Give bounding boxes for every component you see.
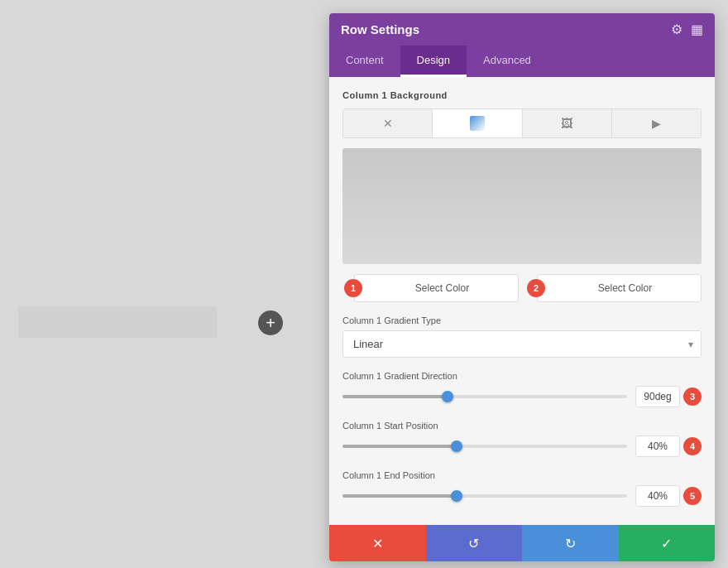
gradient-icon xyxy=(470,116,485,131)
cancel-icon: ✕ xyxy=(372,536,383,551)
step-badge-5: 5 xyxy=(683,487,702,505)
bg-type-gradient[interactable] xyxy=(433,109,522,137)
column-background-label: Column 1 Background xyxy=(342,90,702,100)
gradient-direction-value-wrapper: 3 xyxy=(635,386,702,407)
bg-type-none[interactable]: ✕ xyxy=(343,109,433,137)
bg-type-image[interactable]: 🖼 xyxy=(523,109,612,137)
panel-body: Column 1 Background ✕ xyxy=(329,77,715,525)
color-stop-2[interactable]: Select Color xyxy=(537,274,702,302)
gradient-direction-track[interactable] xyxy=(342,395,627,398)
gradient-direction-section: Column 1 Gradient Direction 3 xyxy=(342,371,702,407)
step-badge-4: 4 xyxy=(683,437,702,455)
stop-badge-1: 1 xyxy=(344,279,362,297)
color-stop-1-label: Select Color xyxy=(355,282,518,294)
gradient-type-select[interactable]: Linear Radial xyxy=(342,330,702,358)
start-position-slider-row: 4 xyxy=(342,436,702,457)
gradient-direction-slider-row: 3 xyxy=(342,386,702,407)
end-position-slider-row: 5 xyxy=(342,485,702,507)
add-button[interactable]: + xyxy=(258,310,283,335)
end-position-thumb[interactable] xyxy=(451,490,462,502)
column-background-section: Column 1 Background ✕ xyxy=(342,90,702,302)
color-stop-1[interactable]: Select Color xyxy=(354,274,519,302)
image-icon: 🖼 xyxy=(561,117,572,130)
reset-icon: ↺ xyxy=(468,536,479,551)
save-button[interactable]: ✓ xyxy=(619,525,716,561)
redo-button[interactable]: ↻ xyxy=(522,525,619,561)
tab-content[interactable]: Content xyxy=(329,46,400,77)
cancel-button[interactable]: ✕ xyxy=(329,525,426,561)
gradient-direction-fill xyxy=(342,395,448,398)
end-position-label: Column 1 End Position xyxy=(342,470,702,480)
panel-header-icons: ⚙ ▦ xyxy=(671,22,703,37)
gradient-type-select-wrapper: Linear Radial ▾ xyxy=(342,330,702,358)
start-position-label: Column 1 Start Position xyxy=(342,421,702,431)
bg-type-tabs: ✕ 🖼 xyxy=(342,108,702,138)
end-position-fill xyxy=(342,494,457,498)
row-settings-panel: Row Settings ⚙ ▦ Content Design Advanced… xyxy=(329,13,715,561)
bg-placeholder xyxy=(18,306,217,338)
panel-footer: ✕ ↺ ↻ ✓ xyxy=(329,525,715,561)
reset-button[interactable]: ↺ xyxy=(426,525,523,561)
end-position-track[interactable] xyxy=(342,494,627,498)
video-icon: ▶ xyxy=(652,117,661,130)
gradient-type-section: Column 1 Gradient Type Linear Radial ▾ xyxy=(342,315,702,358)
bg-type-video[interactable]: ▶ xyxy=(612,109,701,137)
layout-icon[interactable]: ▦ xyxy=(691,22,703,37)
color-stops-row: 1 Select Color 2 Select Color xyxy=(342,274,702,302)
tab-advanced[interactable]: Advanced xyxy=(467,46,548,77)
end-position-input[interactable] xyxy=(635,485,680,507)
start-position-value-wrapper: 4 xyxy=(635,436,702,457)
gradient-direction-thumb[interactable] xyxy=(442,391,453,402)
redo-icon: ↻ xyxy=(565,536,576,551)
panel-header: Row Settings ⚙ ▦ xyxy=(329,13,715,46)
panel-title: Row Settings xyxy=(341,22,419,36)
gradient-preview xyxy=(342,148,702,264)
save-icon: ✓ xyxy=(661,536,672,551)
tab-design[interactable]: Design xyxy=(400,46,467,77)
gradient-direction-label: Column 1 Gradient Direction xyxy=(342,371,702,381)
stop-badge-2: 2 xyxy=(527,279,545,297)
start-position-section: Column 1 Start Position 4 xyxy=(342,421,702,457)
start-position-track[interactable] xyxy=(342,445,627,448)
gradient-direction-input[interactable] xyxy=(635,386,680,407)
no-bg-icon: ✕ xyxy=(383,117,393,130)
color-stop-2-label: Select Color xyxy=(538,282,701,294)
tabs-bar: Content Design Advanced xyxy=(329,46,715,77)
end-position-value-wrapper: 5 xyxy=(635,485,702,507)
gradient-type-label: Column 1 Gradient Type xyxy=(342,315,702,325)
start-position-input[interactable] xyxy=(635,436,680,457)
step-badge-3: 3 xyxy=(683,387,702,406)
settings-icon[interactable]: ⚙ xyxy=(671,22,682,37)
end-position-section: Column 1 End Position 5 xyxy=(342,470,702,507)
svg-rect-0 xyxy=(470,116,485,131)
start-position-thumb[interactable] xyxy=(451,440,462,452)
start-position-fill xyxy=(342,445,457,448)
